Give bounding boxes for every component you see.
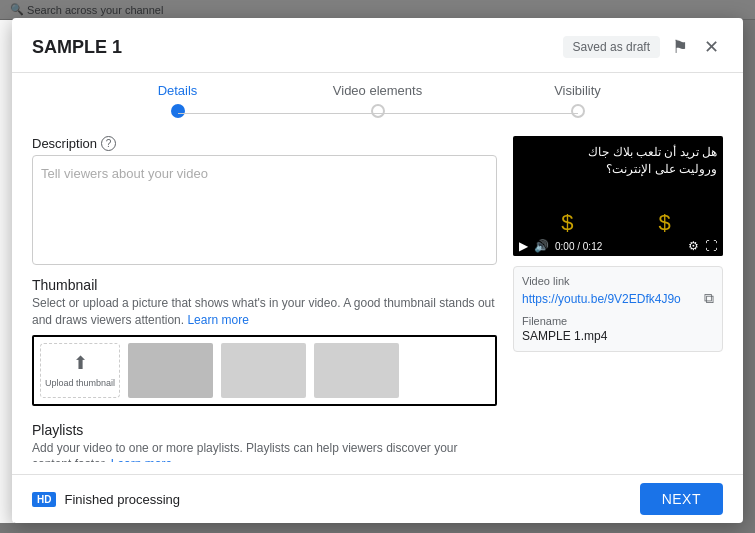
hd-badge: HD [32, 492, 56, 507]
close-button[interactable]: ✕ [700, 32, 723, 62]
playlists-description: Add your video to one or more playlists.… [32, 440, 497, 462]
step-video-elements-circle [371, 104, 385, 118]
video-link-box: Video link https://youtu.be/9V2EDfk4J9o … [513, 266, 723, 352]
video-link-row: https://youtu.be/9V2EDfk4J9o ⧉ [522, 290, 714, 307]
step-details-label: Details [158, 83, 198, 98]
processing-text: Finished processing [64, 492, 180, 507]
upload-thumb-label: Upload thumbnail [45, 378, 115, 388]
thumbnail-description: Select or upload a picture that shows wh… [32, 295, 497, 329]
thumbnail-title: Thumbnail [32, 277, 497, 293]
filename-label: Filename [522, 315, 714, 327]
thumbnail-section: Thumbnail Select or upload a picture tha… [32, 277, 497, 406]
video-preview: هل تريد أن تلعب بلاك جاك وروليت على الإن… [513, 136, 723, 256]
right-panel: هل تريد أن تلعب بلاك جاك وروليت على الإن… [513, 136, 723, 462]
volume-button[interactable]: 🔊 [534, 239, 549, 253]
left-panel: Description ? Tell viewers about your vi… [32, 136, 497, 462]
flag-button[interactable]: ⚑ [668, 32, 692, 62]
upload-icon: ⬆ [73, 352, 88, 374]
fullscreen-button[interactable]: ⛶ [705, 239, 717, 253]
video-controls: ▶ 🔊 0:00 / 0:12 ⚙ ⛶ [513, 236, 723, 256]
playlists-section: Playlists Add your video to one or more … [32, 422, 497, 462]
thumbnail-learn-more[interactable]: Learn more [187, 313, 248, 327]
step-video-elements-label: Video elements [333, 83, 422, 98]
upload-thumbnail-button[interactable]: ⬆ Upload thumbnail [40, 343, 120, 398]
description-help-icon[interactable]: ? [101, 136, 116, 151]
modal-header: SAMPLE 1 Saved as draft ⚑ ✕ [12, 18, 743, 73]
step-visibility-label: Visibility [554, 83, 601, 98]
copy-link-icon[interactable]: ⧉ [704, 290, 714, 307]
thumbnail-options: ⬆ Upload thumbnail [32, 335, 497, 406]
dollar-signs: $ $ [561, 210, 674, 236]
video-overlay-text: هل تريد أن تلعب بلاك جاك وروليت على الإن… [588, 144, 717, 178]
thumbnail-preview-1[interactable] [128, 343, 213, 398]
description-section: Description ? Tell viewers about your vi… [32, 136, 497, 265]
step-visibility-circle [571, 104, 585, 118]
description-placeholder: Tell viewers about your video [41, 166, 208, 181]
modal-title: SAMPLE 1 [32, 37, 122, 58]
filename-value: SAMPLE 1.mp4 [522, 329, 714, 343]
modal-content: Description ? Tell viewers about your vi… [12, 124, 743, 474]
description-label: Description ? [32, 136, 497, 151]
settings-button[interactable]: ⚙ [688, 239, 699, 253]
saved-badge: Saved as draft [563, 36, 660, 58]
steps-line [178, 113, 578, 114]
description-input[interactable]: Tell viewers about your video [32, 155, 497, 265]
upload-modal: SAMPLE 1 Saved as draft ⚑ ✕ Details Vide… [12, 18, 743, 523]
modal-footer: HD Finished processing NEXT [12, 474, 743, 523]
video-link-label: Video link [522, 275, 714, 287]
header-actions: Saved as draft ⚑ ✕ [563, 32, 723, 62]
thumbnail-preview-2[interactable] [221, 343, 306, 398]
footer-left: HD Finished processing [32, 492, 180, 507]
thumbnail-preview-3[interactable] [314, 343, 399, 398]
video-link[interactable]: https://youtu.be/9V2EDfk4J9o [522, 292, 681, 306]
playlists-learn-more[interactable]: Learn more [111, 457, 172, 462]
step-details-circle [171, 104, 185, 118]
next-button[interactable]: NEXT [640, 483, 723, 515]
time-display: 0:00 / 0:12 [555, 241, 682, 252]
steps-nav: Details Video elements Visibility [12, 73, 743, 124]
play-button[interactable]: ▶ [519, 239, 528, 253]
playlists-title: Playlists [32, 422, 497, 438]
